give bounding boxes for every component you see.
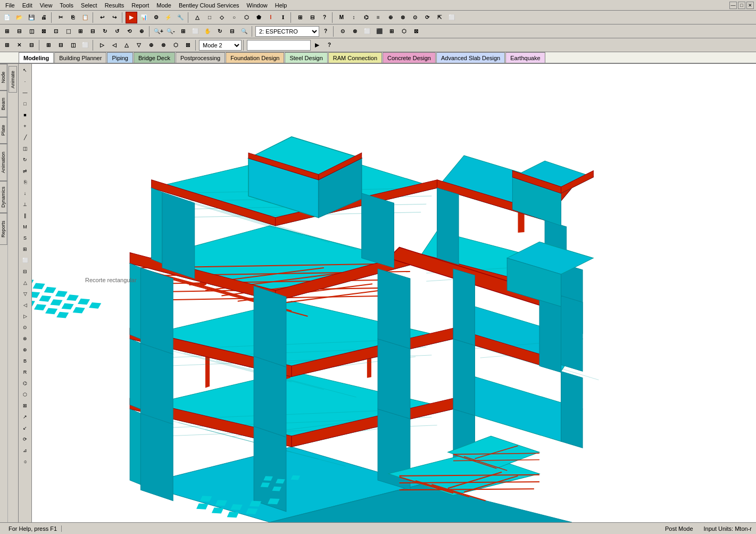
help-icon[interactable]: ? xyxy=(319,12,330,23)
view-btn8[interactable]: ⟳ xyxy=(421,12,433,23)
tb2-btn10[interactable]: ↺ xyxy=(111,26,123,37)
side-dims14[interactable]: ⬡ xyxy=(20,389,30,400)
tab-ram-connection[interactable]: RAM Connection xyxy=(328,52,382,63)
side-dims2[interactable]: ⬜ xyxy=(20,255,30,266)
cursor-tool[interactable]: I xyxy=(265,12,277,23)
side-add-node[interactable]: + xyxy=(20,121,30,132)
tb3-btn7[interactable]: ⬜ xyxy=(79,39,91,51)
side-support[interactable]: ⊥ xyxy=(20,199,30,210)
side-copy[interactable]: ⎘ xyxy=(20,177,30,187)
side-select-beam[interactable]: — xyxy=(20,87,30,98)
tb3-btn13[interactable]: ⊗ xyxy=(157,39,169,51)
mode-info-button[interactable]: ? xyxy=(323,39,335,51)
redo-button[interactable]: ↪ xyxy=(109,12,120,23)
menu-report[interactable]: Report xyxy=(128,1,152,10)
left-tab-plate[interactable]: Plate xyxy=(0,117,7,144)
left-tab-animation[interactable]: Animation xyxy=(0,144,7,181)
tab-concrete-design[interactable]: Concrete Design xyxy=(383,52,436,63)
save-button[interactable]: 💾 xyxy=(26,12,37,23)
tab-advanced-slab-design[interactable]: Advanced Slab Design xyxy=(436,52,505,63)
tb3-btn14[interactable]: ⬡ xyxy=(170,39,181,51)
tab-modeling[interactable]: Modeling xyxy=(19,52,54,63)
menu-bentley[interactable]: Bentley Cloud Services xyxy=(176,1,243,10)
tb3-btn12[interactable]: ⊕ xyxy=(145,39,157,51)
side-dims18[interactable]: ⟳ xyxy=(20,434,30,445)
side-dims15[interactable]: ⊠ xyxy=(20,400,30,411)
close-button[interactable]: ✕ xyxy=(746,2,754,9)
display-btn7[interactable]: ⊠ xyxy=(410,26,422,37)
zoom-win-button[interactable]: ⬜ xyxy=(189,26,201,37)
zoom-out-button[interactable]: 🔍- xyxy=(165,26,177,37)
side-dims13[interactable]: ⌬ xyxy=(20,378,30,389)
side-select-solid[interactable]: ■ xyxy=(20,110,30,120)
menu-view[interactable]: View xyxy=(37,1,56,10)
side-rotate[interactable]: ↻ xyxy=(20,154,30,165)
side-dims10[interactable]: ⊕ xyxy=(20,344,30,355)
geom-tool2[interactable]: □ xyxy=(204,12,215,23)
side-dims6[interactable]: ◁ xyxy=(20,300,30,310)
animate-button[interactable]: Animate xyxy=(9,66,17,93)
display-btn4[interactable]: ⬛ xyxy=(373,26,385,37)
side-dims17[interactable]: ↙ xyxy=(20,423,30,433)
side-dims1[interactable]: ⊞ xyxy=(20,244,30,254)
tb2-btn4[interactable]: ⊠ xyxy=(38,26,49,37)
display-btn1[interactable]: ⊙ xyxy=(337,26,348,37)
left-tab-reports[interactable]: Reports xyxy=(0,213,7,245)
tb3-btn1[interactable]: ⊞ xyxy=(1,39,13,51)
side-dims11[interactable]: B xyxy=(20,356,30,366)
load-case-dropdown[interactable]: 2: ESPECTRO xyxy=(255,26,319,37)
side-dims8[interactable]: ⊙ xyxy=(20,322,30,333)
geom-tool3[interactable]: ◇ xyxy=(216,12,228,23)
side-load[interactable]: ↓ xyxy=(20,188,30,199)
zoom-btn2[interactable]: ⊟ xyxy=(226,26,238,37)
side-select-node[interactable]: · xyxy=(20,76,30,87)
side-material[interactable]: M xyxy=(20,221,30,232)
tb3-btn9[interactable]: ◁ xyxy=(109,39,120,51)
tb2-btn2[interactable]: ⊟ xyxy=(13,26,25,37)
mode-input[interactable] xyxy=(247,40,311,51)
side-dims7[interactable]: ▷ xyxy=(20,311,30,322)
tab-steel-design[interactable]: Steel Design xyxy=(285,52,327,63)
side-dims3[interactable]: ⊟ xyxy=(20,266,30,277)
display-btn2[interactable]: ⊗ xyxy=(349,26,361,37)
geom-tool6[interactable]: ⬟ xyxy=(253,12,264,23)
paste-button[interactable]: 📋 xyxy=(79,12,91,23)
print-button[interactable]: 🖨 xyxy=(38,12,49,23)
snap-btn1[interactable]: ⊞ xyxy=(294,12,306,23)
find-button[interactable]: 🔍 xyxy=(238,26,250,37)
tab-foundation-design[interactable]: Foundation Design xyxy=(226,52,284,63)
view-btn9[interactable]: ⇱ xyxy=(434,12,445,23)
snap-btn2[interactable]: ⊟ xyxy=(306,12,318,23)
tb2-btn11[interactable]: ⟲ xyxy=(123,26,135,37)
maximize-button[interactable]: □ xyxy=(738,2,745,9)
pan-button[interactable]: ✋ xyxy=(202,26,213,37)
left-tab-node[interactable]: Node xyxy=(0,64,7,91)
view-btn2[interactable]: ↕ xyxy=(348,12,360,23)
geom-tool1[interactable]: △ xyxy=(192,12,203,23)
tb2-btn6[interactable]: ⬚ xyxy=(62,26,74,37)
side-dims4[interactable]: △ xyxy=(20,277,30,288)
tb3-btn15[interactable]: ⊠ xyxy=(182,39,194,51)
postprocess-button[interactable]: 📊 xyxy=(138,12,149,23)
display-btn5[interactable]: ⊞ xyxy=(386,26,397,37)
tb2-btn8[interactable]: ⊟ xyxy=(87,26,98,37)
minimize-button[interactable]: — xyxy=(729,2,737,9)
tab-postprocessing[interactable]: Postprocessing xyxy=(176,52,225,63)
zoom-fit-button[interactable]: ⊞ xyxy=(177,26,189,37)
tb3-btn5[interactable]: ⊟ xyxy=(55,39,67,51)
view-btn3[interactable]: ⌬ xyxy=(360,12,372,23)
menu-results[interactable]: Results xyxy=(102,1,128,10)
tb2-btn1[interactable]: ⊞ xyxy=(1,26,13,37)
menu-select[interactable]: Select xyxy=(78,1,101,10)
menu-help[interactable]: Help xyxy=(272,1,290,10)
geom-tool4[interactable]: ○ xyxy=(228,12,240,23)
view-btn6[interactable]: ⊗ xyxy=(397,12,409,23)
menu-window[interactable]: Window xyxy=(244,1,271,10)
tab-bridge-deck[interactable]: Bridge Deck xyxy=(134,52,175,63)
side-dims20[interactable]: ⌽ xyxy=(20,456,30,467)
side-add-beam[interactable]: ╱ xyxy=(20,132,30,143)
view-btn5[interactable]: ⊕ xyxy=(385,12,396,23)
tb2-btn12[interactable]: ⊕ xyxy=(136,26,147,37)
mode-dropdown[interactable]: Mode 2 xyxy=(199,40,242,51)
tb2-btn5[interactable]: ⊡ xyxy=(50,26,62,37)
